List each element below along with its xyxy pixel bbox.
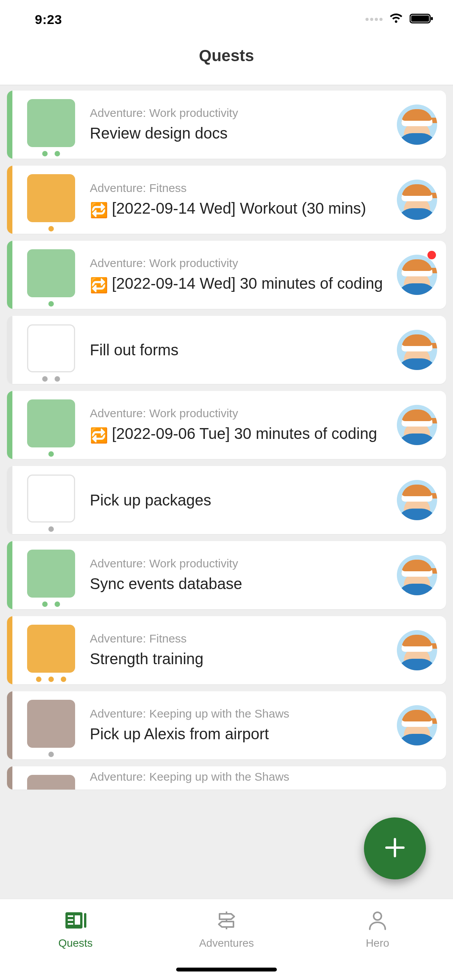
card-avatar-area: [388, 466, 446, 534]
quest-card[interactable]: Fill out forms: [7, 316, 446, 384]
card-body: Adventure: Work productivity🔁[2022-09-06…: [90, 391, 388, 459]
status-bar: 9:23: [0, 0, 453, 39]
card-body: Adventure: Work productivity🔁[2022-09-14…: [90, 241, 388, 309]
card-avatar-area: [388, 541, 446, 609]
progress-dot: [55, 151, 60, 156]
quest-thumbnail: [27, 324, 75, 372]
quest-title: 🔁[2022-09-14 Wed] Workout (30 mins): [90, 199, 384, 218]
color-stripe: [7, 766, 12, 790]
hero-avatar: [397, 105, 437, 145]
progress-dot: [42, 376, 48, 382]
svg-rect-8: [84, 913, 86, 928]
quest-thumbnail: [27, 625, 75, 673]
tab-hero-label: Hero: [366, 937, 390, 949]
card-body: Fill out forms: [90, 316, 388, 384]
adventure-label: Adventure: Work productivity: [90, 257, 384, 270]
quest-thumbnail: [27, 249, 75, 297]
card-thumb-area: [12, 691, 90, 759]
repeat-icon: 🔁: [90, 427, 108, 445]
quest-title-text: [2022-09-06 Tue] 30 minutes of coding: [112, 424, 377, 443]
progress-dots: [42, 376, 60, 382]
adventure-label: Adventure: Keeping up with the Shaws: [90, 707, 384, 720]
progress-dot: [61, 677, 66, 682]
notification-badge: [427, 251, 436, 259]
person-icon: [365, 910, 390, 932]
page-title: Quests: [199, 46, 254, 65]
adventure-label: Adventure: Work productivity: [90, 557, 384, 570]
quest-title: 🔁[2022-09-06 Tue] 30 minutes of coding: [90, 424, 384, 444]
color-stripe: [7, 466, 12, 534]
quest-card[interactable]: Adventure: Work productivitySync events …: [7, 541, 446, 609]
progress-dot: [42, 601, 48, 607]
hero-avatar: [397, 180, 437, 220]
quest-title: Pick up Alexis from airport: [90, 724, 384, 744]
svg-rect-7: [75, 915, 80, 925]
card-avatar-area: [388, 391, 446, 459]
page-header: Quests: [0, 39, 453, 85]
quest-title: Fill out forms: [90, 340, 384, 360]
wifi-icon: [389, 13, 403, 26]
tab-hero[interactable]: Hero: [302, 910, 453, 949]
card-thumb-area: [12, 541, 90, 609]
quest-card[interactable]: Adventure: Work productivity🔁[2022-09-06…: [7, 391, 446, 459]
hero-avatar: [397, 330, 437, 370]
card-thumb-area: [12, 166, 90, 234]
color-stripe: [7, 616, 12, 684]
quest-title-text: Sync events database: [90, 574, 242, 593]
card-body: Adventure: Keeping up with the Shaws: [90, 766, 446, 790]
quest-list[interactable]: Adventure: Work productivityReview desig…: [0, 85, 453, 899]
quest-card[interactable]: Adventure: Keeping up with the ShawsPick…: [7, 691, 446, 759]
hero-avatar: [397, 480, 437, 520]
quest-card[interactable]: Adventure: Work productivityReview desig…: [7, 91, 446, 159]
color-stripe: [7, 166, 12, 234]
progress-dots: [48, 301, 54, 307]
battery-icon: [410, 13, 434, 26]
quest-title: Pick up packages: [90, 490, 384, 510]
progress-dot: [48, 451, 54, 457]
adventure-label: Adventure: Work productivity: [90, 407, 384, 420]
quest-title-text: Pick up Alexis from airport: [90, 724, 269, 744]
card-thumb-area: [12, 766, 90, 790]
quest-card[interactable]: Adventure: Keeping up with the Shaws: [7, 766, 446, 790]
card-avatar-area: [388, 316, 446, 384]
hero-avatar: [397, 255, 437, 295]
adventure-label: Adventure: Work productivity: [90, 106, 384, 120]
progress-dots: [42, 601, 60, 607]
quest-card[interactable]: Pick up packages: [7, 466, 446, 534]
hero-avatar: [397, 555, 437, 595]
color-stripe: [7, 691, 12, 759]
quest-card[interactable]: Adventure: Fitness🔁[2022-09-14 Wed] Work…: [7, 166, 446, 234]
quest-title-text: Review design docs: [90, 123, 228, 143]
quest-card[interactable]: Adventure: FitnessStrength training: [7, 616, 446, 684]
home-indicator: [176, 968, 277, 971]
progress-dots: [48, 226, 54, 231]
quest-card[interactable]: Adventure: Work productivity🔁[2022-09-14…: [7, 241, 446, 309]
svg-rect-5: [68, 919, 73, 921]
color-stripe: [7, 241, 12, 309]
repeat-icon: 🔁: [90, 201, 108, 220]
progress-dot: [48, 526, 54, 532]
progress-dot: [55, 376, 60, 382]
card-thumb-area: [12, 316, 90, 384]
card-body: Pick up packages: [90, 466, 388, 534]
tab-adventures[interactable]: Adventures: [151, 910, 302, 949]
card-thumb-area: [12, 466, 90, 534]
card-body: Adventure: Work productivitySync events …: [90, 541, 388, 609]
cellular-dots-icon: [365, 18, 383, 21]
status-indicators: [365, 13, 434, 26]
progress-dot: [55, 601, 60, 607]
quest-title-text: Strength training: [90, 649, 204, 668]
quest-title: Strength training: [90, 649, 384, 668]
card-body: Adventure: Work productivityReview desig…: [90, 91, 388, 159]
svg-rect-1: [411, 15, 429, 22]
progress-dot: [36, 677, 41, 682]
color-stripe: [7, 316, 12, 384]
quest-title-text: [2022-09-14 Wed] 30 minutes of coding: [112, 274, 383, 293]
tab-quests[interactable]: Quests: [0, 910, 151, 949]
card-body: Adventure: Fitness🔁[2022-09-14 Wed] Work…: [90, 166, 388, 234]
add-quest-button[interactable]: [364, 817, 426, 879]
card-avatar-area: [388, 616, 446, 684]
quest-thumbnail: [27, 700, 75, 748]
quest-title-text: [2022-09-14 Wed] Workout (30 mins): [112, 199, 366, 218]
color-stripe: [7, 391, 12, 459]
